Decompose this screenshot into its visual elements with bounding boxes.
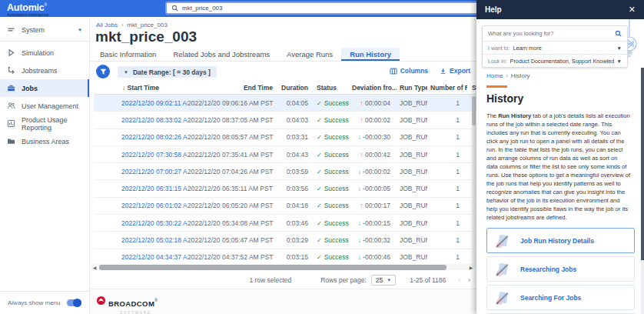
sidebar-item-business-areas[interactable]: Business Areas xyxy=(0,132,89,150)
deviation-cell: ↑ 00:00:04 xyxy=(350,99,397,107)
breadcrumb-all-jobs[interactable]: All Jobs xyxy=(96,22,118,28)
deviation-cell: ↓ -00:00:15 xyxy=(350,219,397,227)
heading-accent-bar xyxy=(486,85,507,88)
col-deviation[interactable]: Deviation fro... xyxy=(350,82,397,94)
always-show-menu-toggle[interactable] xyxy=(67,299,81,306)
doc-doodle-icon xyxy=(495,233,510,249)
help-heading: History xyxy=(486,92,639,105)
chevron-down-icon[interactable]: ▼ xyxy=(78,28,82,32)
deviation-cell: ↑ 00:00:42 xyxy=(350,151,397,159)
deviation-cell: ↓ -00:00:46 xyxy=(350,253,397,261)
status-cell: ✓Success xyxy=(312,151,350,159)
table-row[interactable]: 2022/12/20 06:01:02 AM PST2022/12/20 06:… xyxy=(94,198,476,215)
next-page-button[interactable]: › xyxy=(468,276,470,284)
col-number-of-re[interactable]: Number of Re... xyxy=(427,82,467,94)
table-row[interactable]: 2022/12/20 08:02:26 AM PST2022/12/20 08:… xyxy=(94,129,476,146)
col-start-time[interactable]: ↓ Start Time xyxy=(94,82,188,94)
tab-basic-information[interactable]: Basic Information xyxy=(91,48,164,61)
sidebar-item-jobstreams[interactable]: Jobstreams xyxy=(0,62,89,79)
start-time-link[interactable]: 2022/12/20 08:33:02 AM PST xyxy=(94,116,188,124)
start-time-link[interactable]: 2022/12/20 05:30:22 AM PST xyxy=(94,219,188,227)
scroll-right-icon[interactable]: ▶ xyxy=(468,265,474,270)
jobstreams-icon xyxy=(7,66,15,75)
table-vertical-scrollbar[interactable] xyxy=(472,95,476,269)
sidebar-item-system[interactable]: System▼ xyxy=(0,21,89,38)
table-row[interactable]: 2022/12/20 07:30:58 AM PST2022/12/20 07:… xyxy=(94,146,476,163)
start-time-link[interactable]: 2022/12/20 05:02:18 AM PST xyxy=(94,236,188,244)
prev-page-button[interactable]: ‹ xyxy=(458,276,460,284)
sort-desc-icon: ↓ xyxy=(122,84,125,92)
scroll-left-icon[interactable]: ◀ xyxy=(91,265,98,270)
deviation-up-icon: ↑ xyxy=(360,116,363,124)
col-run-type[interactable]: Run Type xyxy=(397,82,427,94)
start-time-link[interactable]: 2022/12/20 07:30:58 AM PST xyxy=(94,151,188,159)
filter-button[interactable] xyxy=(96,65,110,78)
help-breadcrumb-home[interactable]: Home xyxy=(486,72,503,79)
end-time-cell: 2022/12/20 06:05:20 AM PST xyxy=(188,202,277,209)
start-time-link[interactable]: 2022/12/20 04:34:37 AM PST xyxy=(94,253,188,261)
tab-run-history[interactable]: Run History xyxy=(341,48,400,61)
col-status[interactable]: Status xyxy=(312,82,350,94)
help-want-select[interactable]: I want to: Learn more ▼ xyxy=(483,41,627,54)
export-button[interactable]: Export xyxy=(440,67,470,75)
help-search-input[interactable] xyxy=(488,30,615,37)
close-icon[interactable]: ✕ xyxy=(629,5,636,15)
col-start-time-2[interactable]: Start Time xyxy=(467,82,476,94)
tab-average-runs[interactable]: Average Runs xyxy=(278,48,341,61)
search-icon xyxy=(615,30,622,37)
status-cell: ✓Success xyxy=(312,253,350,261)
check-icon: ✓ xyxy=(317,202,322,209)
columns-button[interactable]: Columns xyxy=(390,67,428,75)
start-time-link[interactable]: 2022/12/20 06:31:15 AM PST xyxy=(94,185,188,192)
vscroll-thumb[interactable] xyxy=(472,96,476,125)
rows-per-page-select[interactable]: 25 ▼ xyxy=(371,275,396,286)
help-link-researching-jobs[interactable]: Researching Jobs xyxy=(486,256,635,282)
search-input[interactable] xyxy=(182,5,474,12)
page-range: 1-25 of 1186 xyxy=(410,276,446,284)
help-search-row[interactable] xyxy=(483,26,627,41)
help-link-searching-for-jobs[interactable]: Searching For Jobs xyxy=(486,285,635,310)
help-lookin-select[interactable]: Look in: Product Documentation, Support … xyxy=(483,54,627,67)
table-row[interactable]: 2022/12/20 05:02:18 AM PST2022/12/20 05:… xyxy=(94,232,476,249)
status-cell: ✓Success xyxy=(312,219,350,227)
table-row[interactable]: 2022/12/20 09:02:11 AM PST2022/12/20 09:… xyxy=(94,95,476,112)
col-duration[interactable]: Duration xyxy=(277,82,312,94)
help-scrollbar[interactable] xyxy=(641,68,644,314)
check-icon: ✓ xyxy=(317,254,322,261)
check-icon: ✓ xyxy=(317,185,322,192)
footer-strip: BROADCOM® SOFTWARE xyxy=(90,289,476,314)
table-row[interactable]: 2022/12/20 06:31:15 AM PST2022/12/20 06:… xyxy=(94,180,476,197)
doc-doodle-icon xyxy=(495,290,510,306)
hscroll-thumb[interactable] xyxy=(99,265,446,270)
sidebar-item-label: Jobs xyxy=(22,85,38,92)
sidebar-item-jobs[interactable]: Jobs xyxy=(0,79,89,97)
global-search[interactable] xyxy=(165,2,480,15)
help-title: Help xyxy=(485,5,502,14)
start-time-link[interactable]: 2022/12/20 08:02:26 AM PST xyxy=(94,133,188,141)
table-horizontal-scrollbar[interactable]: ◀ ▶ xyxy=(91,264,474,270)
table-row[interactable]: 2022/12/20 08:33:02 AM PST2022/12/20 08:… xyxy=(94,112,476,129)
col-end-time[interactable]: End Time xyxy=(188,82,277,94)
help-link-job-run-history-details[interactable]: Job Run History Details xyxy=(486,228,635,253)
simulation-icon xyxy=(7,48,15,57)
rows-per-page-label: Rows per page: xyxy=(320,276,367,284)
table-row[interactable]: 2022/12/20 07:00:27 AM PST2022/12/20 07:… xyxy=(94,163,476,180)
start-time-link[interactable]: 2022/12/20 09:02:11 AM PST xyxy=(94,99,188,107)
end-time-cell: 2022/12/20 04:37:52 AM PST xyxy=(188,253,277,261)
sidebar-item-simulation[interactable]: Simulation xyxy=(0,44,89,62)
sidebar-item-label: Jobstreams xyxy=(22,67,58,75)
sidebar-item-label: User Management xyxy=(22,102,78,110)
number-of-runs-cell: 1 xyxy=(427,219,467,227)
tab-related-jobs-and-jobstreams[interactable]: Related Jobs and Jobstreams xyxy=(164,48,278,61)
check-icon: ✓ xyxy=(317,152,322,159)
date-range-label: Date Range: [ = 30 days ] xyxy=(133,68,211,76)
date-range-chip[interactable]: ▼ Date Range: [ = 30 days ] xyxy=(118,66,217,78)
help-header: Help ✕ xyxy=(476,0,644,19)
sidebar-item-user-management[interactable]: User Management xyxy=(0,97,89,115)
help-scroll-thumb[interactable] xyxy=(641,68,644,260)
deviation-cell: ↓ -00:00:32 xyxy=(350,236,397,244)
start-time-link[interactable]: 2022/12/20 06:01:02 AM PST xyxy=(94,202,188,209)
table-row[interactable]: 2022/12/20 05:30:22 AM PST2022/12/20 05:… xyxy=(94,215,476,232)
sidebar-item-product-usage-reporting[interactable]: Product Usage Reporting xyxy=(0,115,89,132)
start-time-link[interactable]: 2022/12/20 07:00:27 AM PST xyxy=(94,168,188,175)
